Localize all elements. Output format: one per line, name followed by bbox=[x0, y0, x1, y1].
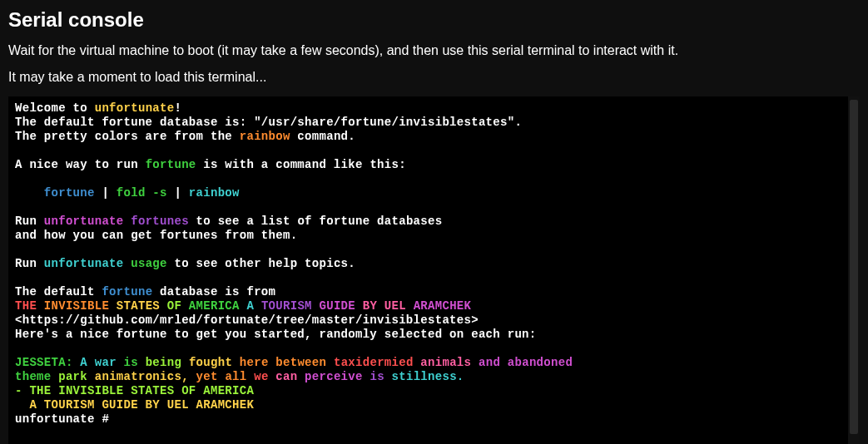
terminal-token: A bbox=[246, 299, 254, 313]
terminal-token: usage bbox=[131, 257, 167, 270]
terminal-line: Run unfortunate usage to see other help … bbox=[15, 257, 841, 271]
description-line-2: It may take a moment to load this termin… bbox=[8, 70, 860, 85]
terminal-token bbox=[37, 299, 44, 313]
terminal-token: can bbox=[275, 370, 297, 383]
terminal-token bbox=[384, 370, 392, 383]
terminal-token bbox=[138, 356, 146, 369]
scrollbar-thumb[interactable] bbox=[850, 100, 858, 434]
terminal-line: A nice way to run fortune is with a comm… bbox=[15, 158, 841, 172]
terminal-token bbox=[160, 299, 167, 313]
terminal-token bbox=[189, 370, 196, 383]
terminal-token bbox=[269, 370, 276, 383]
terminal-token: The pretty colors are from the bbox=[15, 130, 240, 143]
terminal-token: all bbox=[225, 370, 246, 383]
terminal-line bbox=[15, 342, 841, 356]
terminal-token: unfortunate bbox=[44, 215, 124, 228]
terminal-token bbox=[124, 215, 131, 228]
terminal-token: The default bbox=[15, 285, 102, 298]
terminal-token: stillness. bbox=[392, 370, 464, 383]
terminal-container: Welcome to unfortunate!The default fortu… bbox=[8, 96, 860, 444]
terminal-token: UEL bbox=[384, 299, 406, 313]
terminal-line bbox=[15, 271, 841, 285]
terminal-token: Welcome to bbox=[15, 101, 95, 115]
terminal-line bbox=[15, 144, 841, 158]
terminal-line bbox=[15, 172, 841, 186]
terminal-token bbox=[232, 356, 240, 369]
terminal-token: AMERICA bbox=[189, 299, 240, 313]
terminal-token: perceive bbox=[305, 370, 363, 383]
terminal-line: <https://github.com/mrled/fortunate/tree… bbox=[15, 313, 841, 328]
terminal-token bbox=[355, 299, 363, 313]
terminal-token: <https://github.com/mrled/fortunate/tree… bbox=[15, 313, 479, 327]
description-line-1: Wait for the virtual machine to boot (it… bbox=[8, 43, 860, 58]
terminal-token: between bbox=[275, 356, 326, 369]
terminal-token bbox=[109, 299, 117, 313]
terminal-token: rainbow bbox=[240, 130, 290, 143]
terminal-line: The default fortune database is: "/usr/s… bbox=[15, 116, 841, 130]
terminal-token bbox=[254, 299, 261, 313]
terminal-token: animals bbox=[420, 356, 471, 369]
terminal-token bbox=[124, 257, 131, 270]
page-title: Serial console bbox=[8, 8, 860, 32]
terminal-token bbox=[406, 299, 414, 313]
terminal-token: A nice way to run bbox=[15, 158, 146, 171]
terminal-token: | bbox=[95, 186, 117, 200]
terminal-line: The pretty colors are from the rainbow c… bbox=[15, 130, 841, 144]
terminal-token: to see a list of fortune databases bbox=[189, 215, 443, 228]
terminal-token: is with a command like this: bbox=[196, 158, 406, 171]
terminal-token: command. bbox=[290, 130, 355, 143]
terminal-token: fold -s bbox=[117, 186, 167, 200]
terminal-token: war bbox=[95, 356, 117, 369]
terminal-token: OF bbox=[167, 299, 181, 313]
terminal-token: A TOURISM GUIDE BY UEL ARAMCHEK bbox=[15, 398, 254, 412]
terminal-token: INVISIBLE bbox=[44, 299, 109, 313]
terminal-token bbox=[52, 370, 59, 383]
terminal-line: Run unfortunate fortunes to see a list o… bbox=[15, 215, 841, 229]
terminal-token bbox=[326, 356, 334, 369]
terminal-line: The default fortune database is from bbox=[15, 285, 841, 299]
terminal-token: fortune bbox=[102, 285, 152, 298]
terminal-line: theme park animatronics, yet all we can … bbox=[15, 370, 841, 384]
terminal-token: park bbox=[58, 370, 87, 383]
terminal-token: here bbox=[240, 356, 269, 369]
terminal-token: fought bbox=[189, 356, 232, 369]
terminal-token: Run bbox=[15, 257, 44, 270]
terminal-line bbox=[15, 200, 841, 215]
terminal-token: BY bbox=[363, 299, 377, 313]
terminal-token: we bbox=[254, 370, 268, 383]
terminal-token: is bbox=[370, 370, 384, 383]
terminal-token: is bbox=[124, 356, 138, 369]
terminal-token: A bbox=[80, 356, 87, 369]
terminal-token: database is from bbox=[152, 285, 275, 298]
terminal-token: Run bbox=[15, 215, 44, 228]
terminal-token: | bbox=[167, 186, 189, 200]
terminal-token: The default fortune database is: "/usr/s… bbox=[15, 116, 522, 129]
terminal-token: abandoned bbox=[508, 356, 573, 369]
terminal-scrollbar[interactable] bbox=[848, 96, 860, 444]
terminal-line: fortune | fold -s | rainbow bbox=[15, 186, 841, 200]
terminal-line: A TOURISM GUIDE BY UEL ARAMCHEK bbox=[15, 398, 841, 412]
terminal-token: JESSETA: bbox=[15, 356, 73, 369]
terminal-token bbox=[297, 370, 305, 383]
terminal-line: JESSETA: A war is being fought here betw… bbox=[15, 356, 841, 370]
terminal-token: theme bbox=[15, 370, 52, 383]
terminal-token: and how you can get fortunes from them. bbox=[15, 229, 297, 242]
terminal-line: Welcome to unfortunate! bbox=[15, 101, 841, 116]
terminal-line: THE INVISIBLE STATES OF AMERICA A TOURIS… bbox=[15, 299, 841, 313]
terminal-token: ARAMCHEK bbox=[414, 299, 472, 313]
terminal-token: Here's a nice fortune to get you started… bbox=[15, 328, 537, 341]
terminal-token bbox=[500, 356, 508, 369]
terminal-token: yet bbox=[196, 370, 218, 383]
serial-terminal[interactable]: Welcome to unfortunate!The default fortu… bbox=[8, 96, 848, 444]
terminal-token: GUIDE bbox=[320, 299, 356, 313]
terminal-token: unfortunate bbox=[95, 101, 175, 115]
terminal-token bbox=[181, 299, 189, 313]
terminal-token: THE bbox=[15, 299, 37, 313]
terminal-token bbox=[181, 356, 189, 369]
terminal-token: unfortunate bbox=[44, 257, 124, 270]
terminal-token bbox=[269, 356, 276, 369]
terminal-token: TOURISM bbox=[261, 299, 312, 313]
terminal-token bbox=[377, 299, 384, 313]
terminal-token: rainbow bbox=[189, 186, 240, 200]
terminal-token bbox=[117, 356, 124, 369]
